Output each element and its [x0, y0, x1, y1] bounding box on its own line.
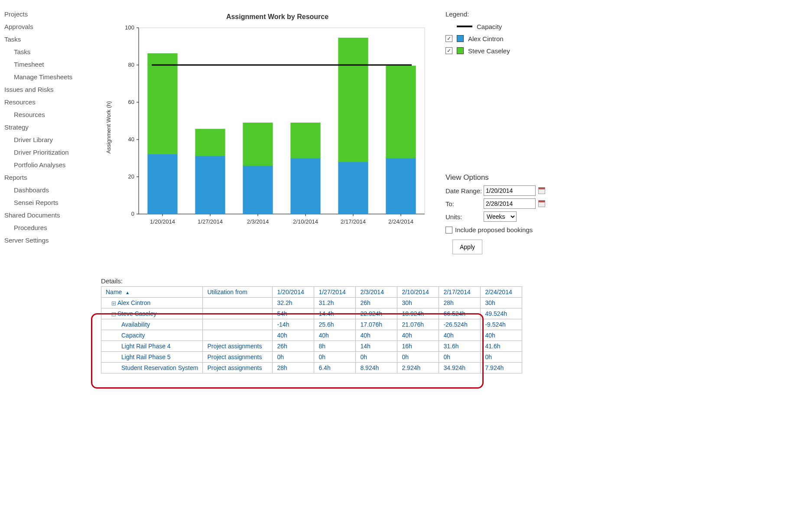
row-value-cell: 40h [314, 330, 356, 341]
y-axis-label: Assignment Work (h) [105, 101, 112, 153]
row-value-cell: 0h [356, 352, 397, 363]
table-row: Capacity40h40h40h40h40h40h [101, 330, 522, 341]
date-to-input[interactable] [484, 198, 536, 209]
legend-panel: Legend: Capacity ✓Alex Cintron✓Steve Cas… [445, 10, 510, 57]
table-header-date[interactable]: 2/24/2014 [481, 287, 522, 298]
nav-item[interactable]: Shared Documents [4, 209, 91, 221]
nav-item[interactable]: Projects [4, 8, 91, 20]
expand-icon[interactable] [112, 302, 116, 305]
table-header-date[interactable]: 1/27/2014 [314, 287, 356, 298]
nav-item[interactable]: Driver Prioritization [4, 146, 91, 159]
nav-item[interactable]: Driver Library [4, 133, 91, 146]
nav-item[interactable]: Manage Timesheets [4, 71, 91, 83]
row-value-cell: 40h [273, 330, 314, 341]
row-name-cell[interactable]: Student Reservation System [101, 363, 203, 373]
svg-rect-28 [291, 158, 320, 214]
legend-capacity-label: Capacity [477, 23, 502, 30]
legend-title: Legend: [445, 10, 510, 18]
row-name-cell[interactable]: Light Rail Phase 4 [101, 341, 203, 352]
row-value-cell: 40h [439, 330, 481, 341]
date-from-input[interactable] [484, 185, 536, 196]
table-row: Alex Cintron32.2h31.2h26h30h28h30h [101, 298, 522, 308]
row-value-cell: -14h [273, 319, 314, 330]
calendar-icon[interactable] [538, 200, 545, 207]
svg-rect-32 [338, 162, 368, 214]
svg-text:60: 60 [128, 99, 134, 105]
row-value-cell: 0h [481, 352, 522, 363]
svg-text:2/10/2014: 2/10/2014 [293, 218, 318, 225]
row-value-cell: 40h [481, 330, 522, 341]
view-options-title: View Options [445, 173, 545, 182]
nav-item[interactable]: Procedures [4, 221, 91, 234]
row-value-cell: 26h [273, 341, 314, 352]
row-name-cell[interactable]: Light Rail Phase 5 [101, 352, 203, 363]
row-value-cell: 40h [397, 330, 439, 341]
nav-item[interactable]: Tasks [4, 33, 91, 45]
table-header-name[interactable]: Name ▲ [101, 287, 203, 298]
view-options-panel: View Options Date Range: To: Units: Week… [445, 173, 545, 254]
row-value-cell: -26.524h [439, 319, 481, 330]
row-value-cell: 25.6h [314, 319, 356, 330]
row-value-cell: 0h [273, 352, 314, 363]
legend-capacity: Capacity [445, 20, 510, 32]
nav-item[interactable]: Server Settings [4, 234, 91, 247]
include-proposed-checkbox[interactable] [445, 227, 452, 234]
nav-item[interactable]: Approvals [4, 20, 91, 33]
row-name-cell[interactable]: Alex Cintron [101, 298, 203, 308]
nav-item[interactable]: Reports [4, 171, 91, 184]
row-value-cell: 0h [439, 352, 481, 363]
row-value-cell: 21.076h [397, 319, 439, 330]
row-util-cell: Project assignments [203, 363, 273, 373]
row-value-cell: 49.524h [481, 308, 522, 319]
nav-item[interactable]: Strategy [4, 121, 91, 133]
collapse-icon[interactable] [112, 312, 116, 316]
nav-item[interactable]: Tasks [4, 45, 91, 58]
row-value-cell: 0h [397, 352, 439, 363]
row-value-cell: 40h [356, 330, 397, 341]
calendar-icon[interactable] [538, 187, 545, 194]
units-label: Units: [445, 213, 484, 221]
nav-item[interactable]: Timesheet [4, 58, 91, 71]
legend-checkbox[interactable]: ✓ [445, 47, 452, 54]
chart-panel: Assignment Work by Resource Assignment W… [113, 13, 442, 231]
row-value-cell: 14.4h [314, 308, 356, 319]
details-panel: Details: Name ▲Utilization from1/20/2014… [101, 277, 522, 373]
nav-item[interactable]: Resources [4, 96, 91, 108]
row-value-cell: -9.524h [481, 319, 522, 330]
legend-swatch [457, 35, 464, 42]
nav-item[interactable]: Resources [4, 108, 91, 121]
row-name-cell[interactable]: Capacity [101, 330, 203, 341]
legend-checkbox[interactable]: ✓ [445, 35, 452, 42]
row-name-cell[interactable]: Steve Caseley [101, 308, 203, 319]
row-value-cell: 41.6h [481, 341, 522, 352]
row-value-cell: 30h [397, 298, 439, 308]
row-name-cell[interactable]: Availability [101, 319, 203, 330]
row-util-cell: Project assignments [203, 341, 273, 352]
row-value-cell: 32.2h [273, 298, 314, 308]
row-util-cell [203, 319, 273, 330]
nav-item[interactable]: Sensei Reports [4, 196, 91, 209]
table-header-date[interactable]: 2/3/2014 [356, 287, 397, 298]
table-header-date[interactable]: 2/17/2014 [439, 287, 481, 298]
table-header-date[interactable]: 2/10/2014 [397, 287, 439, 298]
row-value-cell: 0h [314, 352, 356, 363]
nav-item[interactable]: Issues and Risks [4, 83, 91, 96]
row-value-cell: 2.924h [397, 363, 439, 373]
legend-item: ✓Steve Caseley [445, 45, 510, 57]
row-util-cell [203, 330, 273, 341]
row-value-cell: 7.924h [481, 363, 522, 373]
legend-label: Steve Caseley [468, 47, 510, 55]
row-util-cell: Project assignments [203, 352, 273, 363]
row-value-cell: 6.4h [314, 363, 356, 373]
svg-text:1/27/2014: 1/27/2014 [198, 218, 223, 225]
apply-button[interactable]: Apply [452, 240, 482, 254]
table-header-date[interactable]: 1/20/2014 [273, 287, 314, 298]
units-select[interactable]: Weeks [484, 211, 517, 222]
table-header-util[interactable]: Utilization from [203, 287, 273, 298]
nav-item[interactable]: Portfolio Analyses [4, 159, 91, 171]
row-value-cell: 28h [439, 298, 481, 308]
legend-item: ✓Alex Cintron [445, 32, 510, 45]
svg-rect-16 [148, 154, 177, 214]
nav-item[interactable]: Dashboards [4, 184, 91, 196]
legend-swatch [457, 47, 464, 54]
